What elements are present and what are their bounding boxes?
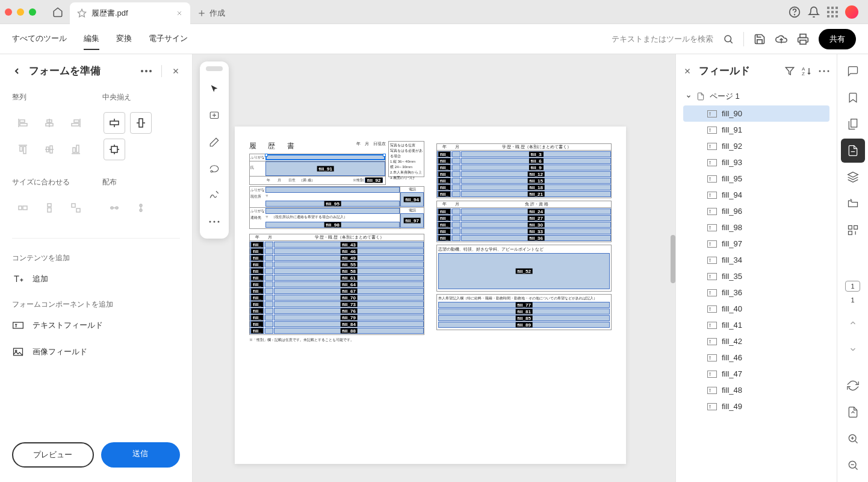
form-field[interactable]: fill_ — [437, 151, 451, 157]
bell-icon[interactable] — [808, 6, 820, 18]
fit-icon[interactable] — [841, 400, 865, 424]
minimize-window-button[interactable] — [17, 8, 24, 16]
align-right-button[interactable] — [65, 112, 87, 134]
form-field[interactable]: fill_ — [250, 255, 264, 261]
form-field[interactable] — [265, 242, 273, 248]
form-field[interactable]: fill_ — [437, 208, 451, 214]
form-field[interactable]: fill_89 — [438, 322, 610, 328]
preview-button[interactable]: プレビュー — [12, 442, 94, 468]
tab-convert[interactable]: 変換 — [116, 28, 132, 50]
form-field[interactable] — [265, 328, 273, 334]
search-icon[interactable] — [723, 34, 734, 45]
field-item[interactable]: fill_91 — [683, 122, 829, 138]
user-avatar[interactable] — [845, 5, 858, 19]
field-item[interactable]: fill_40 — [683, 301, 829, 317]
sort-icon[interactable]: AZ — [802, 66, 811, 76]
close-window-button[interactable] — [5, 8, 12, 16]
save-icon[interactable] — [754, 33, 766, 45]
form-field[interactable]: fill_88 — [274, 328, 424, 334]
form-field[interactable]: fill_61 — [274, 275, 424, 281]
form-field[interactable]: fill_49 — [274, 255, 424, 261]
rail-bookmark-icon[interactable] — [841, 86, 865, 110]
signature-tool[interactable] — [202, 183, 226, 207]
comment-tool[interactable] — [202, 104, 226, 128]
tab-all-tools[interactable]: すべてのツール — [12, 28, 67, 50]
field-item[interactable]: fill_98 — [683, 219, 829, 236]
form-field[interactable]: fill_27 — [461, 215, 611, 221]
field-item[interactable]: fill_34 — [683, 252, 829, 268]
fit-both-button[interactable] — [65, 197, 87, 219]
form-field[interactable]: fill_73 — [274, 301, 424, 307]
drag-handle[interactable] — [206, 66, 223, 71]
rail-order-icon[interactable] — [841, 218, 865, 242]
vertical-scrollbar[interactable] — [671, 235, 675, 283]
form-field[interactable]: fill_81 — [438, 308, 610, 315]
form-field[interactable]: fill_9 — [461, 164, 611, 171]
form-field[interactable]: fill_30 — [461, 222, 611, 228]
form-field[interactable]: fill_55 — [274, 261, 424, 268]
align-top-button[interactable] — [12, 139, 34, 160]
document-tab[interactable]: 履歴書.pdf — [70, 2, 190, 24]
form-field[interactable] — [452, 235, 460, 241]
distribute-v-button[interactable] — [130, 197, 152, 219]
align-left-button[interactable] — [12, 112, 34, 134]
form-field[interactable] — [265, 268, 273, 274]
rail-layers-icon[interactable] — [841, 165, 865, 189]
form-field[interactable] — [452, 151, 460, 157]
rail-pages-icon[interactable] — [841, 112, 865, 136]
form-field[interactable]: fill_85 — [438, 315, 610, 321]
form-field[interactable] — [265, 295, 273, 301]
home-button[interactable] — [46, 0, 70, 24]
form-field[interactable]: fill_3 — [461, 151, 611, 157]
form-field[interactable] — [452, 178, 460, 184]
form-field[interactable]: fill_ — [250, 321, 264, 327]
field-item[interactable]: fill_48 — [683, 382, 829, 398]
rail-fields-icon[interactable] — [841, 139, 865, 163]
align-bottom-button[interactable] — [65, 139, 87, 160]
form-field[interactable] — [265, 261, 273, 268]
form-field[interactable] — [265, 301, 273, 307]
form-field[interactable] — [452, 158, 460, 164]
form-field[interactable] — [265, 288, 273, 294]
form-field[interactable]: fill_ — [437, 191, 451, 197]
lasso-tool[interactable] — [202, 157, 226, 181]
distribute-h-button[interactable] — [104, 197, 125, 219]
form-field[interactable] — [452, 164, 460, 171]
close-fields-panel[interactable] — [683, 67, 692, 75]
form-field[interactable]: fill_ — [250, 242, 264, 248]
field-item[interactable]: fill_96 — [683, 203, 829, 219]
form-field[interactable]: fill_15 — [461, 178, 611, 184]
field-item[interactable]: fill_35 — [683, 268, 829, 284]
form-field[interactable]: fill_ — [437, 178, 451, 184]
form-field[interactable]: fill_ — [437, 215, 451, 221]
form-field[interactable] — [265, 255, 273, 261]
form-field[interactable]: fill_ — [250, 275, 264, 281]
form-field[interactable] — [265, 275, 273, 281]
field-item[interactable]: fill_90 — [683, 105, 829, 122]
form-field[interactable]: fill_36 — [461, 235, 611, 241]
form-field[interactable]: fill_6 — [461, 158, 611, 164]
field-item[interactable]: fill_47 — [683, 366, 829, 382]
add-content-button[interactable]: 追加 — [0, 266, 192, 292]
field-item[interactable]: fill_93 — [683, 154, 829, 171]
maximize-window-button[interactable] — [29, 8, 36, 16]
form-field[interactable]: fill_ — [250, 301, 264, 307]
form-field[interactable]: fill_ — [250, 248, 264, 254]
tree-page-node[interactable]: ページ 1 — [683, 87, 829, 105]
close-tab-button[interactable] — [176, 10, 183, 17]
form-field[interactable] — [452, 171, 460, 177]
zoom-out-icon[interactable] — [841, 453, 865, 477]
form-field[interactable]: fill_ — [437, 222, 451, 228]
form-field[interactable]: fill_70 — [274, 295, 424, 301]
center-h-button[interactable] — [104, 112, 125, 134]
fit-width-button[interactable] — [12, 197, 34, 219]
more-tools[interactable] — [202, 210, 226, 234]
more-fields-icon[interactable] — [819, 70, 829, 72]
cloud-upload-icon[interactable] — [775, 33, 787, 45]
image-field-component[interactable]: 画像フィールド — [0, 339, 192, 365]
form-field[interactable]: fill_21 — [461, 191, 611, 197]
form-field[interactable]: fill_ — [437, 171, 451, 177]
align-middle-v-button[interactable] — [39, 139, 60, 160]
send-button[interactable]: 送信 — [101, 442, 181, 468]
form-field[interactable]: fill_ — [437, 158, 451, 164]
